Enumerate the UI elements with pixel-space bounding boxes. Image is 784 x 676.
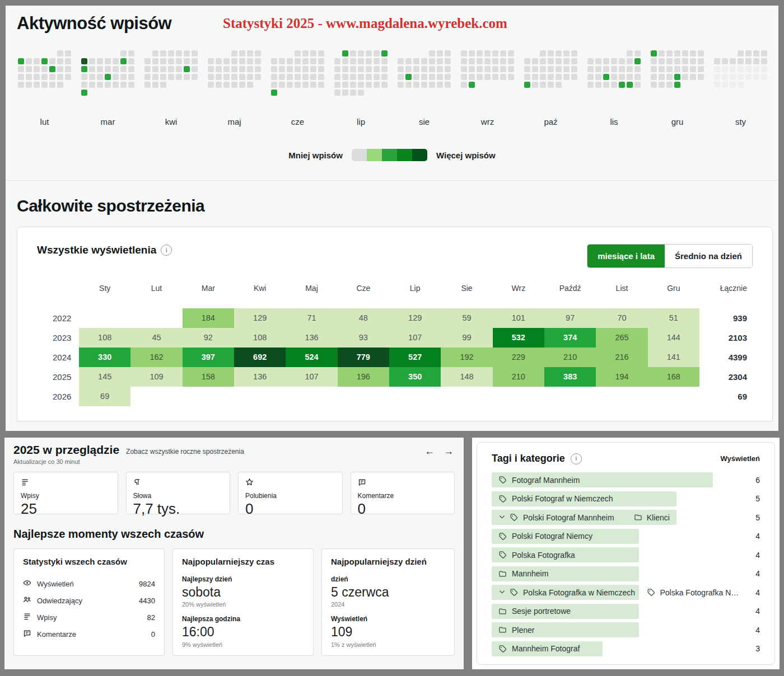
activity-day-cell[interactable] <box>619 74 625 80</box>
activity-day-cell[interactable] <box>524 74 530 80</box>
activity-day-cell[interactable] <box>500 50 506 57</box>
activity-day-cell[interactable] <box>128 82 134 88</box>
activity-day-cell[interactable] <box>350 90 356 96</box>
activity-day-cell[interactable] <box>634 66 641 72</box>
activity-day-cell[interactable] <box>469 66 475 72</box>
activity-day-cell[interactable] <box>682 74 688 80</box>
activity-day-cell[interactable] <box>445 58 451 64</box>
activity-day-cell[interactable] <box>366 74 372 80</box>
activity-day-cell[interactable] <box>334 82 340 88</box>
activity-day-cell[interactable] <box>745 58 752 64</box>
activity-day-cell[interactable] <box>97 82 103 88</box>
activity-day-cell[interactable] <box>659 50 665 57</box>
activity-day-cell[interactable] <box>247 66 253 72</box>
activity-day-cell[interactable] <box>89 66 95 72</box>
activity-day-cell[interactable] <box>350 74 356 80</box>
activity-day-cell[interactable] <box>634 82 641 88</box>
activity-day-cell[interactable] <box>295 50 301 57</box>
activity-day-cell[interactable] <box>651 58 657 64</box>
activity-day-cell[interactable] <box>26 74 32 80</box>
activity-day-cell[interactable] <box>176 50 182 57</box>
activity-day-cell[interactable] <box>532 82 538 88</box>
activity-day-cell[interactable] <box>500 66 506 72</box>
activity-day-cell[interactable] <box>310 66 316 72</box>
activity-day-cell[interactable] <box>208 74 214 80</box>
activity-day-cell[interactable] <box>358 74 364 80</box>
activity-day-cell[interactable] <box>279 66 285 72</box>
activity-day-cell[interactable] <box>477 66 483 72</box>
tag-row[interactable]: Polski Fotograf MannheimKlienci 5 <box>492 510 760 525</box>
activity-day-cell[interactable] <box>350 58 356 64</box>
activity-day-cell[interactable] <box>738 50 744 57</box>
activity-day-cell[interactable] <box>429 82 435 88</box>
activity-day-cell[interactable] <box>366 66 372 72</box>
activity-day-cell[interactable] <box>674 74 680 80</box>
review-stat-card[interactable]: Polubienia 0 <box>238 472 343 514</box>
activity-day-cell[interactable] <box>18 66 24 72</box>
activity-day-cell[interactable] <box>160 74 166 80</box>
activity-day-cell[interactable] <box>445 66 451 72</box>
activity-day-cell[interactable] <box>571 58 577 64</box>
activity-day-cell[interactable] <box>57 82 63 88</box>
activity-day-cell[interactable] <box>287 82 293 88</box>
activity-day-cell[interactable] <box>603 82 609 88</box>
activity-day-cell[interactable] <box>65 50 71 57</box>
activity-day-cell[interactable] <box>461 74 467 80</box>
activity-day-cell[interactable] <box>421 66 427 72</box>
activity-day-cell[interactable] <box>461 82 467 88</box>
activity-day-cell[interactable] <box>508 50 514 57</box>
activity-day-cell[interactable] <box>461 50 467 57</box>
activity-day-cell[interactable] <box>722 66 728 72</box>
activity-day-cell[interactable] <box>563 58 570 64</box>
activity-day-cell[interactable] <box>540 58 546 64</box>
activity-day-cell[interactable] <box>603 74 609 80</box>
activity-day-cell[interactable] <box>619 82 625 88</box>
tag-row[interactable]: Plener 4 <box>492 622 760 637</box>
activity-day-cell[interactable] <box>753 74 759 80</box>
activity-day-cell[interactable] <box>342 58 348 64</box>
activity-day-cell[interactable] <box>81 82 87 88</box>
activity-day-cell[interactable] <box>627 74 633 80</box>
activity-day-cell[interactable] <box>184 50 190 57</box>
activity-day-cell[interactable] <box>674 82 680 88</box>
activity-day-cell[interactable] <box>113 82 119 88</box>
tag-row[interactable]: Mannheim Fotograf 3 <box>492 641 760 656</box>
activity-day-cell[interactable] <box>144 74 151 80</box>
activity-day-cell[interactable] <box>97 66 103 72</box>
activity-day-cell[interactable] <box>342 74 348 80</box>
activity-day-cell[interactable] <box>548 82 554 88</box>
activity-day-cell[interactable] <box>120 50 127 57</box>
activity-day-cell[interactable] <box>571 50 577 57</box>
activity-day-cell[interactable] <box>374 74 380 80</box>
activity-day-cell[interactable] <box>49 58 55 64</box>
activity-day-cell[interactable] <box>738 82 744 88</box>
info-icon[interactable]: i <box>161 245 172 256</box>
tag-row[interactable]: Polski Fotograf Niemcy 4 <box>492 529 760 544</box>
activity-day-cell[interactable] <box>144 66 151 72</box>
activity-day-cell[interactable] <box>247 50 253 57</box>
activity-day-cell[interactable] <box>666 58 673 64</box>
activity-day-cell[interactable] <box>611 82 617 88</box>
activity-day-cell[interactable] <box>120 66 127 72</box>
activity-day-cell[interactable] <box>627 66 633 72</box>
activity-day-cell[interactable] <box>208 66 214 72</box>
activity-day-cell[interactable] <box>722 58 728 64</box>
activity-day-cell[interactable] <box>318 66 324 72</box>
activity-day-cell[interactable] <box>634 58 641 64</box>
tag-row[interactable]: Fotograf Mannheim 6 <box>492 472 760 487</box>
activity-day-cell[interactable] <box>255 66 261 72</box>
activity-day-cell[interactable] <box>192 74 198 80</box>
activity-day-cell[interactable] <box>271 66 277 72</box>
toggle-daily-average-button[interactable]: Średnio na dzień <box>665 245 752 267</box>
activity-day-cell[interactable] <box>120 74 127 80</box>
tag-row[interactable]: Polska Fotografka 4 <box>492 547 760 562</box>
activity-day-cell[interactable] <box>49 74 55 80</box>
activity-day-cell[interactable] <box>714 82 720 88</box>
activity-day-cell[interactable] <box>469 50 475 57</box>
activity-day-cell[interactable] <box>398 82 404 88</box>
activity-day-cell[interactable] <box>571 74 577 80</box>
activity-day-cell[interactable] <box>492 74 498 80</box>
activity-day-cell[interactable] <box>176 58 182 64</box>
activity-day-cell[interactable] <box>627 50 633 57</box>
activity-day-cell[interactable] <box>334 66 340 72</box>
